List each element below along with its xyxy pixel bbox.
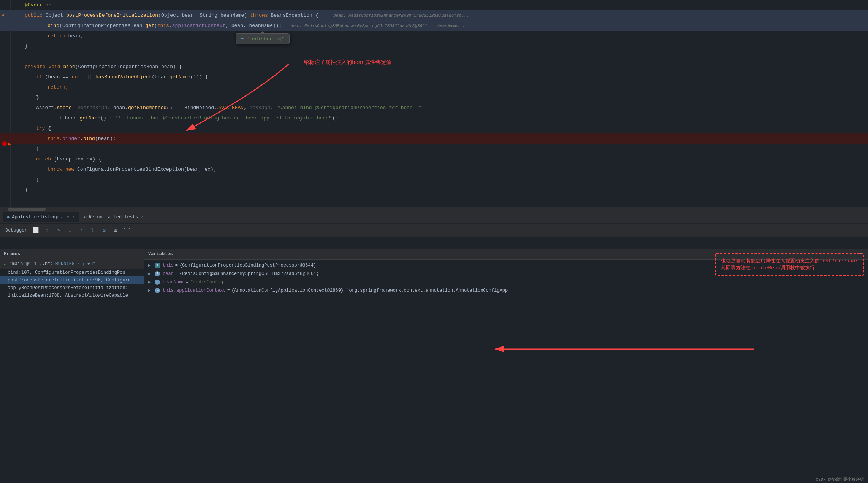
panel-tabs-bar: ◆ AppTest.redisTemplate × ↩ Rerun Failed… <box>0 211 868 223</box>
step-out-icon: ↑ <box>79 227 82 234</box>
evaluate-icon: ⚙ <box>102 227 105 234</box>
line-if: if (bean == null || hasBoundValueObject(… <box>0 72 868 82</box>
var-ex: ex) { <box>87 156 101 162</box>
brace-1: } <box>25 43 28 49</box>
thread-name-text: "main"@1 i...n": <box>9 261 53 267</box>
line-brace3: } <box>0 144 868 154</box>
str-cannot-bind: "Cannot bind @ConfigurationProperties fo… <box>276 105 421 111</box>
frame-item-1[interactable]: postProcessBeforeInitialization:96, Conf… <box>0 276 144 284</box>
var-expand-appctx[interactable]: ▶ <box>148 288 154 293</box>
toolbar-run-cursor-btn[interactable]: ⤵ <box>87 225 98 236</box>
tab-debug-icon: ◆ <box>7 214 10 220</box>
bottom-panel: ◆ AppTest.redisTemplate × ↩ Rerun Failed… <box>0 211 868 483</box>
punc-3: ( <box>154 23 157 29</box>
code-line-12: + bean.getName() + "'. Ensure that @Cons… <box>21 115 868 121</box>
frame-item-0[interactable]: bind:107, ConfigurationPropertiesBinding… <box>0 269 144 276</box>
frame-item-3[interactable]: initializeBean:1788, AbstractAutowireCap… <box>0 292 144 299</box>
var-eq-appctx: = <box>227 288 230 293</box>
line-postprocess: ↩ public Object postProcessBeforeInitial… <box>0 10 868 21</box>
thread-expand-icon[interactable]: ⊡ <box>93 261 96 267</box>
frames-header: Frames <box>0 249 144 259</box>
tab-rerun-close[interactable]: × <box>141 215 144 219</box>
line-return2: return; <box>0 82 868 92</box>
var-item-bean[interactable]: ▶ P bean = {RedisConfig$$EnhancerBySprin… <box>144 270 868 278</box>
method-get: get <box>145 23 154 29</box>
str-ensure: "'. Ensure that @ConstructorBinding has … <box>115 115 332 121</box>
type-bindex: ConfigurationPropertiesBindException <box>77 167 184 172</box>
tab-apptest[interactable]: ◆ AppTest.redisTemplate × <box>3 212 79 222</box>
tab-rerun[interactable]: ↩ Rerun Failed Tests × <box>80 212 147 222</box>
scrollbar-thumb[interactable] <box>8 208 46 211</box>
code-line-17: throw new ConfigurationPropertiesBindExc… <box>21 167 868 172</box>
editor-scrollbar[interactable] <box>0 207 868 211</box>
code-line-15: } <box>21 146 868 152</box>
method-postprocess: postProcessBeforeInitialization <box>66 13 158 18</box>
line-brace2: } <box>0 92 868 103</box>
override-icon: ↩ <box>2 13 4 18</box>
var-item-beanname[interactable]: ▶ P beanName = "redisConfig" <box>144 278 868 286</box>
toolbar-evaluate-btn[interactable]: ⚙ <box>99 225 109 236</box>
thread-filter-icon[interactable]: ▼ <box>87 261 90 267</box>
var-item-appctx[interactable]: ▶ oo this.applicationContext = {Annotati… <box>144 286 868 295</box>
line-brace4: } <box>0 175 868 185</box>
code-line-5: } <box>21 43 868 49</box>
line-private-bind: private void bind(ConfigurationPropertie… <box>0 62 868 72</box>
dim-expression: expression: <box>78 105 110 111</box>
tab-rerun-label: Rerun Failed Tests <box>89 214 138 220</box>
lines-icon: ≡ <box>45 227 48 234</box>
var-icon-this: ≡ <box>154 262 160 269</box>
line-assert2: + bean.getName() + "'. Ensure that @Cons… <box>0 113 868 123</box>
variables-header-label: Variables <box>148 251 173 257</box>
kw-return2: return; <box>48 84 68 90</box>
code-line-2: public Object postProcessBeforeInitializ… <box>21 13 868 18</box>
var-value-bean: {RedisConfig$$EnhancerBySpringCGLIB$$72a… <box>179 271 319 276</box>
var-value-beanname: "redisConfig" <box>190 280 226 285</box>
paren-throw: (bean, ex); <box>184 167 217 172</box>
line-try: try { <box>0 123 868 133</box>
toolbar-step-into-btn[interactable]: ↓ <box>65 225 75 236</box>
dot-1: . <box>169 23 172 29</box>
const-java-bean: JAVA_BEAN <box>217 105 244 111</box>
tab-apptest-close[interactable]: × <box>72 215 75 219</box>
frame-2-text: applyBeanPostProcessorsBeforeInitializat… <box>8 285 128 291</box>
code-line-9: return; <box>21 84 868 90</box>
line-catch: catch (Exception ex) { <box>0 154 868 164</box>
brace-3: } <box>36 146 39 152</box>
brace-4: } <box>36 177 39 183</box>
toolbar-more-btn[interactable]: ⋮⋮ <box>122 225 132 236</box>
more-icon: ⋮⋮ <box>122 227 132 234</box>
var-expand-beanname[interactable]: ▶ <box>148 280 154 284</box>
kw-null: null <box>72 74 87 80</box>
kw-throws: throws <box>250 13 271 18</box>
obj-icon-bean: P <box>155 271 160 276</box>
toolbar-table-btn[interactable]: ⊞ <box>110 225 121 236</box>
punc-1: ( <box>158 13 161 18</box>
toolbar-step-over-btn[interactable]: ↷ <box>53 225 64 236</box>
run-cursor-icon: ⤵ <box>91 227 94 234</box>
var-expand-this[interactable]: ▶ <box>148 263 154 268</box>
var-expand-bean[interactable]: ▶ <box>148 271 154 276</box>
kw-try: try <box>36 126 48 131</box>
var-item-this[interactable]: ▶ ≡ this = {ConfigurationPropertiesBindi… <box>144 261 868 270</box>
kw-void: void <box>48 64 63 70</box>
method-getbind: getBindMethod <box>128 105 166 111</box>
frames-list: bind:107, ConfigurationPropertiesBinding… <box>0 269 144 483</box>
method-bind-def: bind <box>63 64 75 70</box>
app-container: @Override ↩ public Object postProcessBef… <box>0 0 868 483</box>
paren-2: (bean. <box>152 74 169 80</box>
param-beanname: beanName) <box>220 13 250 18</box>
space-2 <box>273 105 276 111</box>
add-variable-btn[interactable]: + <box>856 251 864 257</box>
thread-up-arrow[interactable]: ↑ <box>77 261 80 267</box>
thread-down-arrow[interactable]: ↓ <box>82 261 85 267</box>
toolbar-console-btn[interactable]: ⬜ <box>30 225 41 236</box>
toolbar-debugger-label: Debugger <box>3 228 30 233</box>
toolbar-step-out-btn[interactable]: ↑ <box>76 225 87 236</box>
assert-class: Assert. <box>36 105 57 111</box>
kw-private: private <box>25 64 48 70</box>
punc-2: ( <box>59 23 62 29</box>
list-icon: ≡ <box>155 263 160 268</box>
frame-item-2[interactable]: applyBeanPostProcessorsBeforeInitializat… <box>0 284 144 292</box>
toolbar-lines-btn[interactable]: ≡ <box>42 225 52 236</box>
tab-rerun-icon: ↩ <box>84 214 87 219</box>
